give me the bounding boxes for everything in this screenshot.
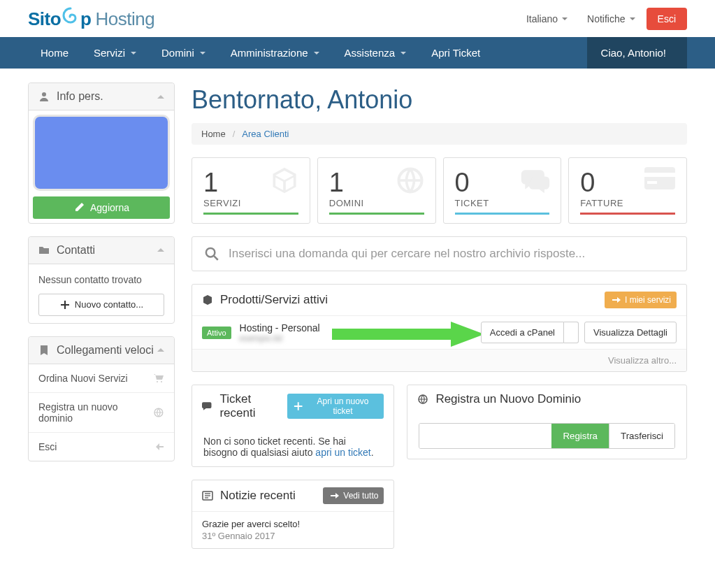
- highlight-arrow: [332, 320, 486, 348]
- search-icon: [205, 247, 219, 261]
- view-details-button[interactable]: Visualizza Dettagli: [584, 322, 677, 343]
- stat-tickets[interactable]: 0 TICKET: [443, 157, 562, 224]
- news-title: Notizie recenti: [220, 489, 296, 503]
- nav-home[interactable]: Home: [28, 37, 81, 69]
- cpanel-login-button[interactable]: Accedi a cPanel: [481, 322, 564, 343]
- news-card: Notizie recenti Vedi tutto Grazie per av…: [192, 480, 394, 549]
- nav-admin[interactable]: Amministrazione: [218, 37, 332, 69]
- svg-marker-7: [332, 322, 484, 347]
- arrow-right-icon: [328, 490, 340, 501]
- update-profile-button[interactable]: Aggiorna: [33, 196, 170, 219]
- quicklink-logout[interactable]: Esci: [29, 432, 174, 461]
- svg-rect-3: [644, 173, 675, 177]
- logout-button[interactable]: Esci: [647, 8, 687, 30]
- stat-domains[interactable]: 1 DOMINI: [317, 157, 436, 224]
- breadcrumb-home[interactable]: Home: [201, 129, 226, 139]
- my-services-button[interactable]: I miei servizi: [605, 292, 677, 308]
- quicklink-order-services[interactable]: Ordina Nuovi Servizi: [29, 364, 174, 392]
- plus-icon: [293, 401, 303, 412]
- svg-line-6: [214, 256, 218, 260]
- globe-icon: [417, 394, 428, 405]
- quicklink-register-domain[interactable]: Registra un nuovo dominio: [29, 392, 174, 432]
- service-row[interactable]: Attivo Hosting - Personal esempio.tld Ac…: [192, 315, 686, 349]
- pencil-icon: [73, 202, 85, 213]
- kb-search[interactable]: [192, 236, 687, 271]
- sidebar-contacts-header[interactable]: Contatti: [29, 237, 174, 264]
- nav-open-ticket[interactable]: Apri Ticket: [419, 37, 493, 69]
- kb-search-input[interactable]: [229, 247, 674, 261]
- products-title: Prodotti/Servizi attivi: [220, 293, 328, 307]
- language-switcher[interactable]: Italiano: [518, 8, 576, 30]
- bookmark-icon: [38, 345, 50, 356]
- products-more-link[interactable]: Visualizza altro...: [192, 349, 686, 371]
- page-title: Bentornato, Antonio: [192, 85, 687, 115]
- nav-support[interactable]: Assistenza: [332, 37, 419, 69]
- stat-invoices[interactable]: 0 FATTURE: [568, 157, 687, 224]
- sidebar-quicklinks-header[interactable]: Collegamenti veloci: [29, 337, 174, 364]
- user-icon: [38, 91, 50, 102]
- new-contact-button[interactable]: Nuovo contatto...: [38, 294, 164, 316]
- chevron-up-icon: [157, 95, 164, 99]
- brand-logo: Sito p Hosting: [28, 7, 154, 30]
- cpanel-dropdown-button[interactable]: [564, 322, 579, 343]
- cube-icon: [202, 294, 213, 306]
- register-domain-title: Registra un Nuovo Dominio: [435, 392, 581, 406]
- news-icon: [202, 490, 213, 501]
- arrow-right-icon: [610, 294, 621, 306]
- news-item[interactable]: Grazie per averci scelto! 31º Gennaio 20…: [192, 511, 393, 548]
- open-ticket-link[interactable]: apri un ticket: [315, 447, 370, 458]
- plus-icon: [59, 299, 71, 310]
- logo-p: p: [80, 8, 91, 30]
- logo-swirl-icon: [62, 7, 80, 22]
- register-domain-button[interactable]: Registra: [551, 424, 609, 448]
- view-all-news-button[interactable]: Vedi tutto: [323, 487, 384, 504]
- contacts-empty-text: Nessun contatto trovato: [38, 271, 164, 294]
- avatar-placeholder: [33, 115, 170, 191]
- nav-user-menu[interactable]: Ciao, Antonio!: [587, 37, 687, 69]
- svg-point-5: [206, 248, 215, 257]
- nav-domains[interactable]: Domini: [149, 37, 218, 69]
- sidebar-info-header[interactable]: Info pers.: [29, 83, 174, 110]
- products-card: Prodotti/Servizi attivi I miei servizi A…: [192, 284, 687, 372]
- svg-rect-4: [647, 181, 657, 184]
- domain-input[interactable]: [419, 424, 551, 448]
- open-ticket-button[interactable]: Apri un nuovo ticket: [287, 394, 384, 419]
- nav-services[interactable]: Servizi: [81, 37, 149, 69]
- cart-icon: [153, 373, 164, 384]
- tickets-card: Ticket recenti Apri un nuovo ticket Non …: [192, 385, 394, 467]
- register-domain-card: Registra un Nuovo Dominio Registra Trasf…: [407, 385, 687, 459]
- notifications-link[interactable]: Notifiche: [579, 8, 643, 30]
- comments-icon: [520, 165, 551, 198]
- chevron-up-icon: [157, 348, 164, 352]
- chevron-up-icon: [157, 248, 164, 252]
- logo-hosting: Hosting: [96, 8, 155, 30]
- transfer-domain-button[interactable]: Trasferisci: [609, 424, 674, 448]
- globe-icon: [395, 165, 426, 198]
- service-name: Hosting - Personal: [240, 322, 320, 334]
- breadcrumb-current: Area Clienti: [242, 129, 289, 139]
- breadcrumb: Home / Area Clienti: [192, 123, 687, 145]
- stat-services[interactable]: 1 SERVIZI: [192, 157, 310, 224]
- credit-card-icon: [643, 165, 677, 194]
- service-domain: esempio.tld: [240, 334, 320, 343]
- folder-icon: [38, 245, 50, 256]
- comments-icon: [202, 401, 212, 412]
- logo-sito: Sito: [28, 8, 61, 30]
- svg-rect-2: [644, 167, 675, 189]
- globe-icon: [153, 407, 164, 418]
- status-badge-active: Attivo: [202, 327, 231, 339]
- cube-icon: [269, 165, 300, 198]
- arrow-left-icon: [153, 441, 164, 452]
- tickets-title: Ticket recenti: [219, 392, 287, 420]
